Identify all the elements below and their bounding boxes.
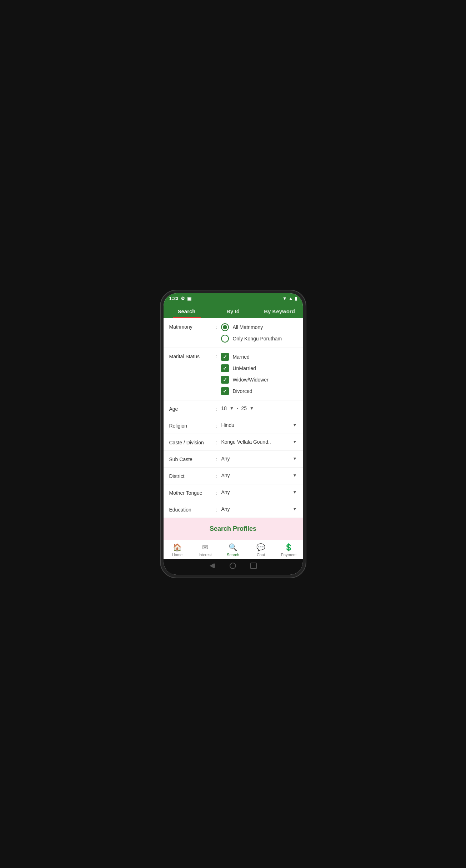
matrimony-kongu-radio[interactable] [221,335,229,343]
education-select-wrapper: Any ▼ [221,506,297,512]
religion-select-wrapper: Hindu ▼ [221,422,297,428]
matrimony-all-radio[interactable] [221,323,229,331]
sd-card-icon: ▣ [187,296,191,301]
district-selector[interactable]: Any ▼ [221,473,297,478]
matrimony-all-option[interactable]: All Matrimony [221,323,297,331]
matrimony-label: Matrimony [169,323,216,330]
mother-tongue-label: Mother Tongue [169,489,216,496]
gear-icon: ⚙ [181,296,185,301]
search-form: Matrimony : All Matrimony Only Kongu Por… [164,318,303,540]
home-icon: 🏠 [173,543,182,552]
widow-checkbox[interactable] [221,376,229,384]
sub-caste-selector[interactable]: Any ▼ [221,456,297,462]
unmarried-checkbox[interactable] [221,364,229,372]
caste-value: Kongu Vellala Gound.. [221,439,271,445]
age-to-value[interactable]: 25 [241,405,249,411]
tab-search[interactable]: Search [164,303,210,318]
age-label: Age [169,405,216,412]
sub-caste-colon: : [216,456,217,462]
age-selectors: 18 ▼ - 25 ▼ [221,405,297,411]
mother-tongue-select-wrapper: Any ▼ [221,489,297,495]
religion-label: Religion [169,422,216,429]
tab-by-keyword[interactable]: By Keyword [256,303,303,318]
status-right: ▼ ▲ ▮ [282,296,297,301]
age-from-value[interactable]: 18 [221,405,228,411]
nav-chat-label: Chat [257,553,265,557]
age-to-arrow: ▼ [250,406,254,411]
sub-caste-label: Sub Caste [169,456,216,462]
nav-search-label: Search [227,553,239,557]
district-row: District : Any ▼ [164,468,303,484]
battery-icon: ▮ [295,296,297,301]
mother-tongue-arrow: ▼ [293,490,297,495]
bottom-nav: 🏠 Home ✉ Interest 🔍 Search 💬 Chat 💲 Paym… [164,540,303,559]
sub-caste-row: Sub Caste : Any ▼ [164,451,303,468]
caste-row: Caste / Division : Kongu Vellala Gound..… [164,434,303,451]
interest-icon: ✉ [202,543,208,552]
tab-by-id[interactable]: By Id [210,303,256,318]
matrimony-colon: : [216,323,217,330]
system-nav-bar [164,559,303,575]
marital-status-options: Married UnMarried Widow/Widower Divorced [221,353,297,395]
top-tab-bar: Search By Id By Keyword [164,303,303,318]
married-checkbox[interactable] [221,353,229,361]
nav-interest-label: Interest [199,553,212,557]
nav-payment[interactable]: 💲 Payment [275,540,303,559]
widow-option[interactable]: Widow/Widower [221,376,297,384]
recents-button[interactable] [250,563,257,569]
divorced-option[interactable]: Divorced [221,387,297,395]
caste-selector[interactable]: Kongu Vellala Gound.. ▼ [221,439,297,445]
home-button[interactable] [230,563,236,569]
education-selector[interactable]: Any ▼ [221,506,297,512]
caste-arrow: ▼ [293,439,297,444]
education-label: Education [169,506,216,513]
nav-payment-label: Payment [281,553,296,557]
mother-tongue-colon: : [216,489,217,496]
district-arrow: ▼ [293,473,297,478]
marital-status-label: Marital Status [169,353,216,359]
wifi-icon: ▼ [282,296,287,301]
religion-value: Hindu [221,422,234,428]
time-display: 1:23 [169,296,179,301]
mother-tongue-row: Mother Tongue : Any ▼ [164,484,303,501]
divorced-checkbox[interactable] [221,387,229,395]
religion-selector[interactable]: Hindu ▼ [221,422,297,428]
unmarried-option[interactable]: UnMarried [221,364,297,372]
nav-home[interactable]: 🏠 Home [164,540,191,559]
sub-caste-value: Any [221,456,230,462]
age-range: 18 ▼ - 25 ▼ [221,405,297,411]
status-left: 1:23 ⚙ ▣ [169,296,191,301]
religion-arrow: ▼ [293,423,297,428]
caste-colon: : [216,439,217,445]
age-from-arrow: ▼ [230,406,234,411]
sub-caste-arrow: ▼ [293,456,297,461]
district-colon: : [216,473,217,479]
nav-search[interactable]: 🔍 Search [219,540,247,559]
phone-frame: 1:23 ⚙ ▣ ▼ ▲ ▮ Search By Id By Keyword M… [164,293,303,575]
nav-chat[interactable]: 💬 Chat [247,540,275,559]
search-icon: 🔍 [229,543,237,552]
age-separator: - [237,405,239,411]
age-to-wrapper: 25 ▼ [241,405,254,411]
education-arrow: ▼ [293,507,297,512]
marital-status-row: Marital Status : Married UnMarried Widow… [164,348,303,400]
payment-icon: 💲 [284,543,293,552]
married-option[interactable]: Married [221,353,297,361]
matrimony-options: All Matrimony Only Kongu Porutham [221,323,297,343]
mother-tongue-selector[interactable]: Any ▼ [221,489,297,495]
religion-colon: : [216,422,217,429]
marital-status-colon: : [216,353,217,359]
search-profiles-button[interactable]: Search Profiles [164,518,303,540]
signal-icon: ▲ [289,296,293,301]
matrimony-kongu-option[interactable]: Only Kongu Porutham [221,335,297,343]
matrimony-row: Matrimony : All Matrimony Only Kongu Por… [164,318,303,348]
age-row: Age : 18 ▼ - 25 ▼ [164,400,303,417]
nav-interest[interactable]: ✉ Interest [191,540,219,559]
education-row: Education : Any ▼ [164,501,303,518]
district-select-wrapper: Any ▼ [221,473,297,478]
back-button[interactable] [210,563,215,569]
education-colon: : [216,506,217,513]
mother-tongue-value: Any [221,489,230,495]
chat-icon: 💬 [256,543,265,552]
age-colon: : [216,405,217,412]
